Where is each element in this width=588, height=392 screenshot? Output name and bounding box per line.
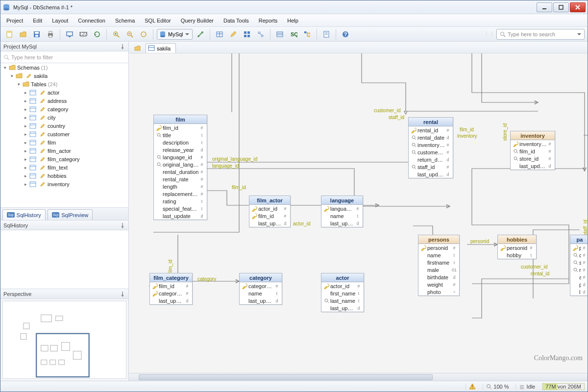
table-persons[interactable]: personspersonid#nametfirstnametmale01bir…: [418, 235, 460, 296]
tree-table-hobbies[interactable]: ▸hobbies: [0, 172, 128, 180]
column-last_update[interactable]: last_updated: [321, 220, 363, 227]
connect-icon[interactable]: [195, 28, 206, 40]
column-language_id[interactable]: language_id#: [321, 205, 363, 212]
zoom-out-icon[interactable]: [124, 28, 136, 40]
column-customer_id[interactable]: customer_id#: [409, 148, 453, 156]
menu-connection[interactable]: Connection: [76, 17, 107, 24]
canvas-tab-sakila[interactable]: sakila: [146, 43, 176, 53]
column-inventory_id[interactable]: inventory_id#: [409, 141, 453, 148]
table-actor[interactable]: actoractor_id#first_nametlast_nametlast_…: [321, 273, 364, 312]
schema-tree[interactable]: ▾Schemas(1)▾sakila▾Tables(24)▸actor▸addr…: [0, 63, 128, 208]
column-first_name[interactable]: first_namet: [321, 290, 364, 297]
maximize-button[interactable]: [553, 2, 569, 12]
column-film_id[interactable]: film_id#: [249, 212, 290, 220]
perspective-minimap[interactable]: [2, 301, 126, 379]
table-payment[interactable]: papayn#cust#staf#rent#amou#payndlastd: [570, 235, 588, 296]
canvas-scrollbar[interactable]: [129, 373, 588, 381]
column-replacement_cost[interactable]: replacement_cost#: [154, 190, 207, 197]
tree-tables[interactable]: ▾Tables(24): [0, 80, 128, 88]
column-payn[interactable]: paynd: [570, 281, 588, 288]
column-weight[interactable]: weight#: [418, 281, 459, 288]
tree-icon[interactable]: [301, 28, 313, 40]
tree-table-category[interactable]: ▸category: [0, 105, 128, 113]
tree-table-customer[interactable]: ▸customer: [0, 130, 128, 138]
menu-data-tools[interactable]: Data Tools: [221, 17, 251, 24]
table-header[interactable]: hobbies: [498, 235, 536, 244]
column-amou[interactable]: amou#: [570, 273, 588, 281]
column-last_name[interactable]: last_namet: [321, 297, 364, 304]
tree-table-actor[interactable]: ▸actor: [0, 88, 128, 97]
table-header[interactable]: film_actor: [249, 196, 290, 205]
column-staf[interactable]: staf#: [570, 259, 588, 266]
tree-filter[interactable]: Type here to filter: [0, 51, 128, 63]
table-film_actor[interactable]: film_actoractor_id#film_id#last_updated: [249, 196, 291, 227]
minimize-button[interactable]: [537, 2, 552, 12]
table-category[interactable]: categorycategory_id#nametlast_updated: [239, 273, 282, 305]
column-name[interactable]: namet: [240, 290, 282, 297]
column-category_id[interactable]: category_id#: [240, 282, 282, 290]
sql-icon[interactable]: SQL: [288, 28, 299, 40]
tab-sqlhistory[interactable]: SqlSqlHistory: [2, 209, 46, 220]
table-header[interactable]: inventory: [511, 131, 555, 140]
tree-table-inventory[interactable]: ▸inventory: [0, 180, 128, 188]
edit-icon[interactable]: [227, 28, 239, 40]
tab-sqlpreview[interactable]: SqlSqlPreview: [48, 209, 93, 220]
column-category_id[interactable]: category_id#: [150, 290, 192, 297]
table-film[interactable]: filmfilm_id#titletdescriptiontrelease_ye…: [153, 115, 207, 220]
menu-reports[interactable]: Reports: [257, 17, 280, 24]
column-last[interactable]: lastd: [570, 288, 588, 295]
column-film_id[interactable]: film_id#: [511, 147, 555, 155]
menu-query-builder[interactable]: Query Builder: [179, 17, 216, 24]
column-actor_id[interactable]: actor_id#: [321, 282, 364, 290]
column-store_id[interactable]: store_id#: [511, 155, 555, 162]
column-name[interactable]: namet: [418, 251, 459, 259]
menu-sql-editor[interactable]: SQL Editor: [143, 17, 172, 24]
status-warning-icon[interactable]: !: [466, 383, 479, 390]
column-release_year[interactable]: release_yeard: [154, 146, 207, 153]
column-last_update[interactable]: last_updated: [150, 297, 192, 304]
column-special_features[interactable]: special_featurest: [154, 205, 207, 212]
column-personid[interactable]: personid#: [498, 244, 536, 251]
column-last_update[interactable]: last_updated: [240, 297, 282, 304]
column-name[interactable]: namet: [321, 212, 363, 220]
pin-icon[interactable]: [120, 222, 125, 228]
menu-layout[interactable]: Layout: [50, 17, 70, 24]
table-header[interactable]: film_category: [150, 273, 192, 282]
column-return_date[interactable]: return_dated: [409, 156, 453, 163]
search-input[interactable]: Type here to search: [496, 29, 585, 40]
column-staff_id[interactable]: staff_id#: [409, 163, 453, 171]
save-icon[interactable]: [31, 28, 43, 40]
new-icon[interactable]: [3, 28, 15, 40]
close-button[interactable]: [570, 2, 586, 12]
column-language_id[interactable]: language_id#: [154, 153, 207, 161]
column-last_update[interactable]: last_updated: [154, 212, 207, 220]
column-film_id[interactable]: film_id#: [150, 282, 192, 290]
open-icon[interactable]: [17, 28, 29, 40]
help-icon[interactable]: ?: [340, 28, 351, 40]
tree-schemas[interactable]: ▾Schemas(1): [0, 63, 128, 72]
counter-icon[interactable]: 123: [77, 28, 89, 40]
table-film_category[interactable]: film_categoryfilm_id#category_id#last_up…: [149, 273, 193, 305]
db-selector[interactable]: MySql: [157, 29, 193, 40]
column-rating[interactable]: ratingt: [154, 197, 207, 205]
menu-edit[interactable]: Edit: [31, 17, 44, 24]
column-last_update[interactable]: last_updated: [249, 220, 290, 227]
tree-table-film_category[interactable]: ▸film_category: [0, 155, 128, 163]
refresh-icon[interactable]: [91, 28, 103, 40]
tree-table-address[interactable]: ▸address: [0, 97, 128, 105]
folder-open-icon[interactable]: [133, 44, 143, 53]
column-actor_id[interactable]: actor_id#: [249, 205, 290, 212]
column-payn[interactable]: payn#: [570, 244, 588, 251]
column-last_update[interactable]: last_updated: [511, 162, 555, 170]
canvas[interactable]: customer_id staff_id store_id film_id in…: [129, 53, 588, 373]
table-rental[interactable]: rentalrental_id#rental_datedinventory_id…: [408, 117, 453, 178]
search-handle-icon[interactable]: ⋮⋮: [484, 31, 494, 37]
table-language[interactable]: languagelanguage_id#nametlast_updated: [321, 196, 363, 227]
zoom-in-icon[interactable]: [110, 28, 122, 40]
table-header[interactable]: category: [240, 273, 282, 282]
monitor-icon[interactable]: [64, 28, 75, 40]
column-hobby[interactable]: hobbyt: [498, 251, 536, 259]
menu-schema[interactable]: Schema: [113, 17, 137, 24]
column-firstname[interactable]: firstnamet: [418, 259, 459, 266]
table-icon[interactable]: [214, 28, 225, 40]
